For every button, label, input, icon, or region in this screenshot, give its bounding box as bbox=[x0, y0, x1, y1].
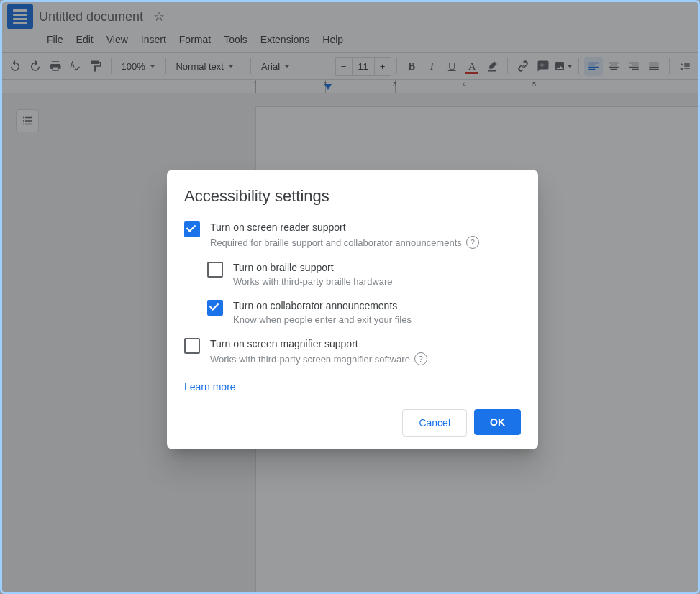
option-label: Turn on braille support bbox=[233, 262, 393, 273]
checkbox-1[interactable] bbox=[207, 262, 223, 278]
dialog-title: Accessibility settings bbox=[184, 187, 521, 206]
option-description: Works with third-party braille hardware bbox=[233, 276, 393, 287]
option-description: Required for braille support and collabo… bbox=[210, 236, 479, 249]
option-label: Turn on screen reader support bbox=[210, 221, 479, 233]
help-icon[interactable]: ? bbox=[466, 236, 479, 249]
cancel-button[interactable]: Cancel bbox=[402, 409, 467, 437]
ok-button[interactable]: OK bbox=[474, 409, 521, 435]
option-description: Works with third-party screen magnifier … bbox=[210, 352, 427, 365]
option-description: Know when people enter and exit your fil… bbox=[233, 314, 412, 325]
option-label: Turn on collaborator announcements bbox=[233, 300, 412, 311]
help-icon[interactable]: ? bbox=[414, 352, 427, 365]
accessibility-option-3: Turn on screen magnifier supportWorks wi… bbox=[184, 338, 521, 365]
checkbox-2[interactable] bbox=[207, 300, 223, 316]
option-label: Turn on screen magnifier support bbox=[210, 338, 427, 349]
accessibility-option-2: Turn on collaborator announcementsKnow w… bbox=[207, 300, 521, 325]
accessibility-option-1: Turn on braille supportWorks with third-… bbox=[207, 262, 521, 287]
learn-more-link[interactable]: Learn more bbox=[184, 381, 236, 393]
accessibility-option-0: Turn on screen reader supportRequired fo… bbox=[184, 221, 521, 249]
accessibility-dialog: Accessibility settings Turn on screen re… bbox=[167, 170, 538, 449]
checkbox-3[interactable] bbox=[184, 338, 200, 354]
checkbox-0[interactable] bbox=[184, 221, 200, 237]
